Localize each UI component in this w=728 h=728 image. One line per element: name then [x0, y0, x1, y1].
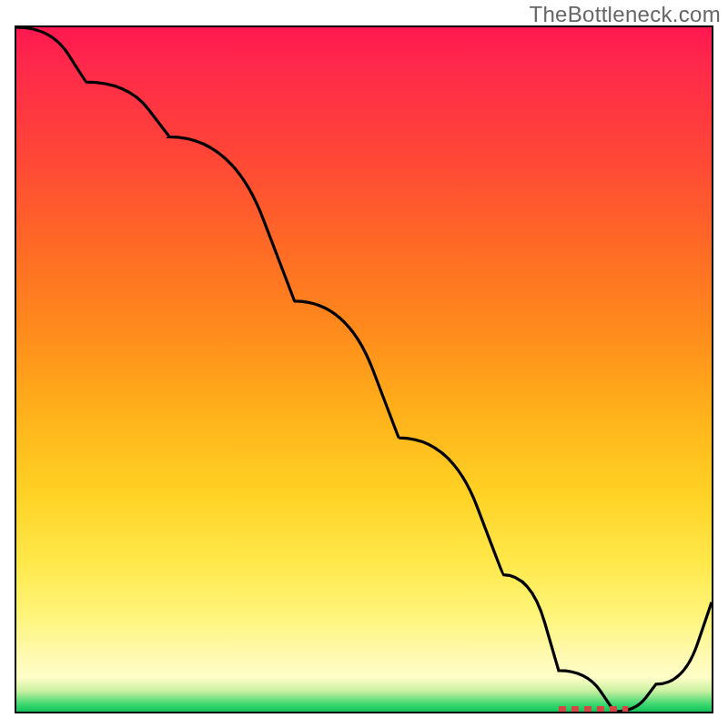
watermark-label: TheBottleneck.com — [529, 2, 721, 27]
chart-frame — [15, 25, 713, 713]
chart-stage: TheBottleneck.com — [0, 0, 728, 728]
bottleneck-curve-path — [16, 27, 712, 712]
chart-svg — [16, 27, 712, 712]
